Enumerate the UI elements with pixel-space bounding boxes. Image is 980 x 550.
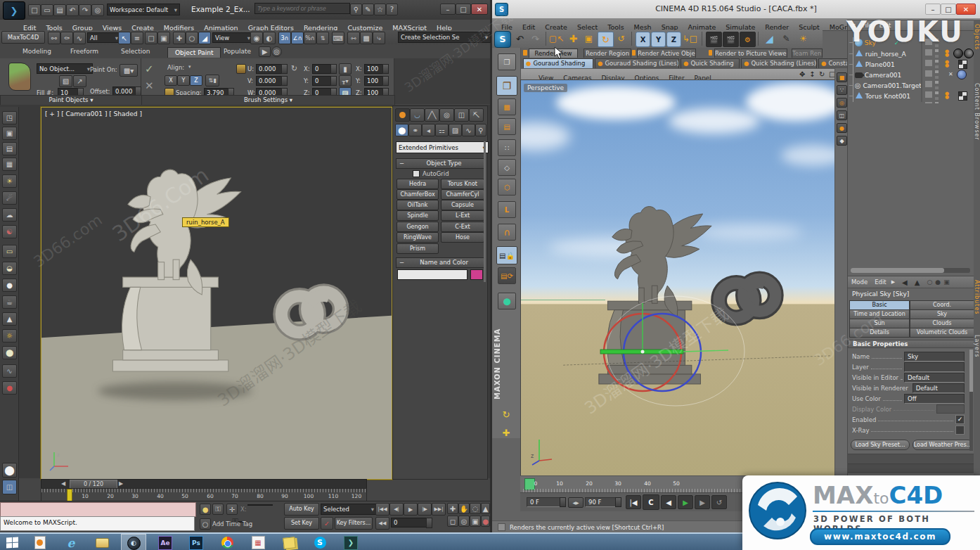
redo-icon[interactable]: ↷ (529, 32, 542, 45)
taskbar-ae-icon[interactable]: Ae (153, 534, 177, 550)
orbit-view-icon[interactable]: ◌ (470, 503, 481, 514)
torus-phong-tag[interactable] (958, 91, 967, 101)
sky-texture-tag[interactable] (953, 49, 963, 58)
max-app-icon[interactable]: ❯ (3, 1, 25, 20)
am-scrollbar[interactable] (969, 350, 973, 451)
sky-texture-tag2[interactable] (964, 49, 974, 58)
disc-primitive-icon[interactable]: ● (2, 279, 17, 292)
maximize-button[interactable]: □ (941, 4, 956, 15)
save-icon[interactable]: ▤ (53, 4, 66, 16)
primitive-type-dropdown[interactable]: Extended Primitives▾ (396, 141, 489, 153)
scene-explorer-icon[interactable]: ◳ (2, 111, 17, 124)
om-enable-dots-torus[interactable]: ●● (945, 92, 949, 99)
fish-env-icon[interactable]: ☄ (2, 191, 17, 205)
tab-attributes[interactable]: Attributes (974, 280, 980, 315)
pan-view-icon[interactable]: ✋ (458, 503, 470, 514)
geometry-category-icon[interactable]: ⬤ (395, 124, 408, 136)
enabled-checkbox[interactable]: ✓ (955, 415, 965, 424)
viewport-name-label[interactable]: Perspective (524, 84, 567, 92)
am-flyout-icon[interactable]: ▶ (891, 279, 895, 285)
render-picture-viewer-icon[interactable]: 🎬 (723, 32, 739, 47)
am-tab-time-location[interactable]: Time and Location (849, 309, 910, 319)
viewport-solo-icon[interactable]: ⬤ (498, 293, 516, 309)
om-h-scrollbar[interactable] (851, 268, 970, 273)
taskbar-explorer-icon[interactable] (90, 534, 114, 550)
select-object-icon[interactable]: ↖ (118, 32, 131, 44)
taskbar-c4d-icon[interactable]: ◐ (121, 534, 146, 550)
align-y-button[interactable]: Y (177, 75, 190, 86)
time-tag-icon[interactable]: ○ (200, 518, 211, 530)
xray-checkbox[interactable] (955, 426, 965, 435)
close-button[interactable]: ✕ (956, 4, 976, 15)
start-frame-spinner[interactable] (560, 497, 566, 507)
am-tab-volumetric-clouds[interactable]: Volumetric Clouds (910, 328, 974, 338)
sphere-primitive-icon[interactable]: ⬤ (2, 346, 17, 359)
render-settings-icon[interactable]: ⚙ (740, 32, 756, 47)
plus-yellow-icon[interactable]: ✚ (499, 426, 513, 439)
taskbar-skype-icon[interactable]: S (308, 534, 332, 550)
name-color-rollout[interactable]: −Name and Color (396, 257, 484, 268)
live-selection-icon[interactable]: ▢↖ (550, 32, 563, 45)
texture-mode-icon[interactable]: ▩ (498, 98, 516, 115)
maximize-button[interactable]: □ (456, 4, 471, 15)
close-button[interactable]: ✕ (471, 4, 488, 15)
time-slider-track[interactable]: ◀ 0 / 120 ▶ (41, 479, 367, 489)
table-view-icon[interactable]: ▦ (2, 158, 17, 171)
sx-spinner[interactable] (382, 64, 389, 74)
tab-freeform[interactable]: Freeform (70, 48, 98, 55)
paintbrush-icon[interactable] (8, 63, 31, 91)
vp-rotate-icon[interactable]: ↻ (819, 70, 825, 78)
mirror-icon[interactable]: ◐ (263, 32, 276, 44)
torus-knot-button[interactable]: Torus Knot (441, 179, 484, 189)
c4d-viewport[interactable]: Perspective z 3D溜溜网·3D模型下载 (520, 79, 835, 477)
record-icon[interactable]: ↺ (711, 495, 727, 509)
strip-icon-key[interactable]: ◆ (837, 136, 847, 146)
autogrid-checkbox[interactable]: AutoGrid (413, 170, 449, 177)
uvw-scatter-icon[interactable] (236, 64, 246, 74)
quick-shading-button[interactable]: ●Quick Shading (681, 58, 740, 69)
ringwave-button[interactable]: RingWave (396, 232, 439, 243)
viewport-label[interactable]: [ + ] [ Camera001 ] [ Shaded ] (45, 110, 142, 117)
search-icon[interactable]: ⚲ (350, 4, 362, 15)
camera-tag[interactable] (957, 70, 967, 79)
prev-frame-icon[interactable]: ◀ (661, 495, 676, 509)
am-section-basic-properties[interactable]: Basic Properties (848, 340, 974, 348)
coord-display-icon[interactable]: ✛ (226, 504, 238, 515)
new-file-icon[interactable]: □ (28, 4, 41, 16)
select-and-link-icon[interactable]: ⚯ (48, 32, 60, 44)
maxtoc4d-button[interactable]: MaxToC4D (1, 31, 45, 44)
red-dot-icon[interactable]: ● (2, 381, 17, 395)
y-lock-button[interactable]: Y (651, 32, 666, 47)
key-filters-button[interactable]: Key Filters... (335, 517, 373, 530)
om-enable-dots-plane[interactable]: ●● (945, 60, 949, 68)
z-lock-button[interactable]: Z (666, 32, 681, 47)
zoom-icon[interactable]: ◎ (458, 516, 470, 527)
start-button[interactable] (0, 534, 24, 550)
select-by-name-icon[interactable]: ≡ (131, 32, 143, 44)
start-frame-field[interactable]: 0 F (527, 497, 565, 507)
taskbar-ps-icon[interactable]: Ps (184, 534, 208, 550)
favorites-icon[interactable]: ☆ (374, 4, 386, 15)
workplane-align-icon[interactable]: ▤⟳ (498, 267, 516, 284)
set-key-button[interactable]: Set Key (284, 517, 319, 530)
am-menu-mode[interactable]: Mode (848, 277, 871, 288)
capsule-button[interactable]: Capsule (441, 200, 484, 210)
object-color-swatch[interactable] (470, 269, 483, 280)
om-row-plane[interactable]: ─ Plane001 (849, 59, 973, 70)
next-frame-icon[interactable]: |▶ (418, 503, 432, 516)
viewport-layout-icon[interactable]: ◫ (2, 480, 17, 494)
lights-category-icon[interactable]: ◂ (422, 124, 435, 136)
object-name-field[interactable] (397, 269, 468, 280)
field-of-view-icon[interactable]: ▲ (481, 503, 490, 514)
rotate-tool-icon[interactable]: ↻ (598, 32, 614, 47)
vp-zoom-icon[interactable]: ↕ (809, 70, 815, 78)
hierarchy-tab-icon[interactable]: ╱╲ (425, 108, 439, 122)
align-x-button[interactable]: X (165, 75, 177, 86)
frame-spinner[interactable] (426, 518, 432, 528)
ribbon-config-icon[interactable]: ◎ (271, 46, 282, 57)
cameras-category-icon[interactable]: ⚏ (435, 124, 449, 136)
prism-button[interactable]: Prism (396, 243, 439, 254)
layer-field[interactable] (904, 362, 965, 372)
am-tab-sky[interactable]: Sky (910, 309, 974, 319)
spacewarps-category-icon[interactable]: ∿ (462, 124, 475, 136)
